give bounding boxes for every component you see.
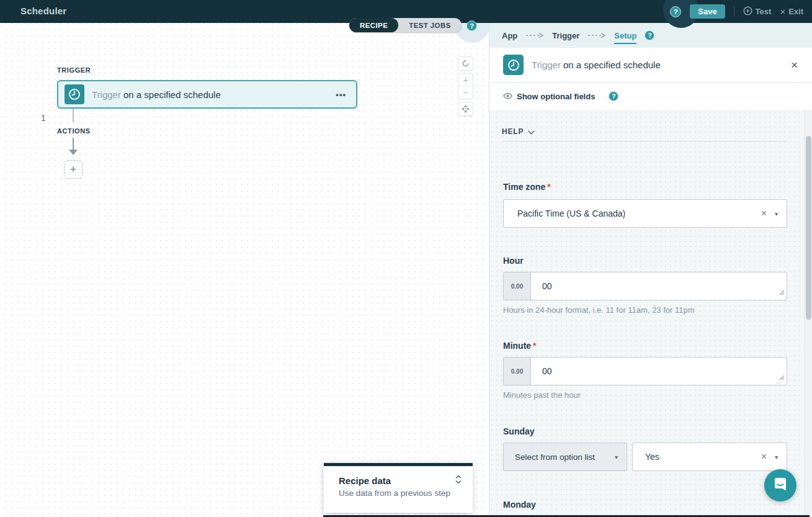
step-title-prefix: Trigger	[92, 89, 121, 100]
hour-hint: Hours in 24-hour format, i.e. 11 for 11a…	[503, 305, 695, 315]
section-divider	[502, 141, 787, 142]
chat-bubble-icon	[772, 476, 788, 495]
chevron-down-icon[interactable]: ▾	[775, 454, 778, 461]
step-more-menu[interactable]: •••	[336, 90, 346, 99]
hour-value: 00	[542, 281, 552, 291]
help-icon[interactable]: ?	[670, 6, 681, 17]
panel-title: Triggeron a specified schedule	[532, 60, 661, 70]
resize-grip-icon[interactable]	[779, 287, 785, 298]
expand-collapse-icon[interactable]	[455, 475, 462, 487]
clear-icon[interactable]: ×	[761, 452, 767, 462]
step-connector-line	[73, 109, 74, 122]
chevron-down-icon	[528, 126, 535, 137]
flow-arrow-head	[69, 150, 78, 155]
fit-screen-icon	[462, 105, 470, 113]
optional-help-icon[interactable]: ?	[609, 91, 618, 101]
chevron-down-icon: ▾	[615, 454, 618, 461]
sunday-value: Yes	[645, 452, 659, 462]
flow-arrow-line	[73, 138, 74, 150]
panel-scrollbar-track[interactable]	[804, 110, 812, 517]
exit-label: Exit	[788, 7, 803, 16]
optional-fields-row: Show optional fields ?	[489, 83, 812, 110]
clear-icon[interactable]: ×	[761, 209, 767, 218]
test-button[interactable]: Test	[743, 6, 772, 17]
setup-help-icon[interactable]: ?	[645, 30, 654, 40]
breadcrumb: App Trigger Setup ?	[489, 23, 812, 48]
show-optional-fields-button[interactable]: Show optional fields	[503, 91, 595, 102]
minute-hint: Minutes past the hour	[503, 390, 581, 400]
recipe-data-panel[interactable]: Recipe data Use data from a previous ste…	[324, 463, 473, 513]
play-circle-icon	[743, 6, 752, 17]
add-action-button[interactable]: +	[64, 160, 83, 179]
data-type-badge: 0.00	[504, 272, 531, 300]
trigger-section-label: TRIGGER	[57, 66, 91, 74]
zoom-out-button[interactable]: −	[458, 86, 473, 99]
hour-label: Hour	[503, 256, 524, 266]
recipe-data-subtitle: Use data from a previous step	[339, 488, 473, 498]
data-type-badge: 0.00	[504, 357, 531, 385]
scheduler-app: Scheduler ? Save Test × Exit RECIPE TEST…	[0, 0, 812, 517]
top-bar-divider	[734, 7, 734, 16]
dashed-arrow-icon	[587, 30, 606, 41]
trigger-step-card[interactable]: Triggeron a specified schedule •••	[57, 80, 357, 109]
chevron-down-icon[interactable]: ▾	[775, 210, 778, 217]
recipe-help-icon[interactable]: ?	[466, 20, 477, 31]
zoom-in-button[interactable]: +	[458, 74, 473, 86]
recipe-data-title: Recipe data	[339, 475, 391, 486]
save-button[interactable]: Save	[690, 4, 725, 19]
timezone-value: Pacific Time (US & Canada)	[517, 209, 625, 218]
step-title-rest: on a specified schedule	[123, 89, 221, 100]
step-title: Triggeron a specified schedule	[92, 89, 221, 100]
tab-recipe[interactable]: RECIPE	[349, 18, 398, 32]
panel-title-row: Triggeron a specified schedule ×	[489, 48, 812, 83]
required-mark: *	[533, 341, 536, 351]
show-optional-label: Show optional fields	[517, 92, 595, 101]
trigger-config-panel: App Trigger Setup ? Triggeron a specifie…	[489, 23, 812, 517]
sunday-mode-select[interactable]: Select from option list ▾	[503, 443, 627, 471]
step-number: 1	[37, 113, 50, 123]
minute-input[interactable]: 0.00 00	[503, 357, 787, 385]
breadcrumb-app[interactable]: App	[502, 31, 517, 40]
view-toggle: RECIPE TEST JOBS	[349, 18, 462, 32]
panel-title-prefix: Trigger	[532, 60, 561, 70]
recipe-canvas[interactable]: TRIGGER 1 Triggeron a specified schedule…	[0, 23, 489, 517]
required-mark: *	[547, 182, 550, 192]
reset-icon	[462, 60, 470, 68]
canvas-reset-zoom-button[interactable]	[458, 56, 473, 71]
resize-grip-icon[interactable]	[779, 372, 785, 383]
test-label: Test	[756, 7, 772, 16]
breadcrumb-trigger[interactable]: Trigger	[552, 31, 579, 40]
canvas-zoom-controls: + −	[458, 73, 473, 99]
timezone-label: Time zone*	[503, 182, 551, 192]
breadcrumb-setup[interactable]: Setup	[614, 31, 636, 44]
panel-scrollbar-thumb[interactable]	[806, 136, 811, 320]
trigger-setup-form: HELP Time zone* Pacific Time (US & Canad…	[489, 110, 812, 517]
exit-button[interactable]: × Exit	[780, 6, 803, 17]
sunday-mode-value: Select from option list	[515, 452, 595, 462]
page-title: Scheduler	[20, 6, 66, 16]
help-section-toggle[interactable]: HELP	[502, 126, 535, 137]
panel-title-rest: on a specified schedule	[563, 60, 661, 70]
minute-value: 00	[542, 366, 552, 376]
dashed-arrow-icon	[525, 30, 544, 41]
timezone-select[interactable]: Pacific Time (US & Canada) × ▾	[503, 199, 787, 228]
close-icon: ×	[780, 6, 785, 17]
help-label: HELP	[502, 127, 524, 136]
canvas-fit-button[interactable]	[458, 102, 473, 116]
sunday-value-select[interactable]: Yes × ▾	[632, 443, 787, 471]
close-panel-icon[interactable]: ×	[791, 59, 798, 71]
actions-section-label: ACTIONS	[57, 127, 91, 135]
clock-icon	[65, 84, 84, 104]
eye-icon	[503, 91, 512, 102]
top-bar-actions: ? Save Test × Exit	[670, 0, 803, 23]
chat-launcher-button[interactable]	[764, 469, 796, 501]
minute-label: Minute*	[503, 341, 537, 351]
sunday-label: Sunday	[503, 426, 535, 436]
hour-input[interactable]: 0.00 00	[503, 272, 787, 300]
clock-icon	[503, 55, 524, 75]
monday-label: Monday	[503, 500, 536, 510]
tab-test-jobs[interactable]: TEST JOBS	[398, 18, 462, 32]
